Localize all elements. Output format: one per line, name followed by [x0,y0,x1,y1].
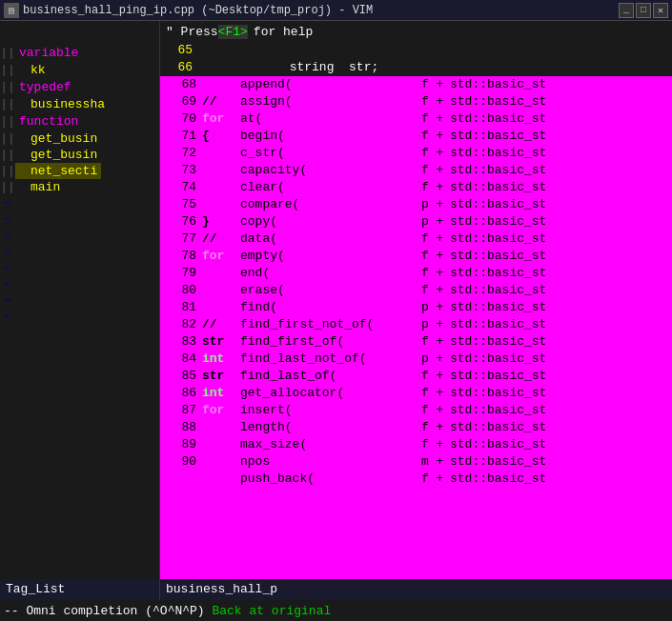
ac-pre-68 [202,76,240,93]
ac-name-compare: compare( [240,196,421,213]
ac-type-ffof: std::basic_st [450,333,546,351]
sidebar-item-getbusin2-row[interactable]: || get_busin [0,147,159,163]
ac-type-copy: std::basic_st [450,213,546,230]
ac-item-77[interactable]: 77 // data( f + std::basic_st [160,230,672,248]
sidebar-marker-businessha: || [0,97,15,111]
ac-item-pushback[interactable]: push_back( f + std::basic_st [160,471,672,488]
ac-item-83[interactable]: 83 str find_first_of( f + std::basic_st [160,333,672,351]
sidebar-item-main-row[interactable]: || main [0,179,159,195]
sidebar-item-kk-row[interactable]: || kk [0,62,159,78]
ac-item-76[interactable]: 76 } copy( p + std::basic_st [160,213,672,230]
sidebar-marker-kk: || [0,63,15,77]
ac-item-72[interactable]: 72 c_str( f + std::basic_st [160,145,672,162]
ac-item-74[interactable]: 74 clear( f + std::basic_st [160,179,672,196]
tilde-1: ~ [0,195,159,211]
titlebar-left: ▤ business_hall_ping_ip.cpp (~Desktop/tm… [4,3,373,18]
ac-item-73[interactable]: 73 capacity( f + std::basic_st [160,162,672,179]
maximize-button[interactable]: □ [636,3,651,18]
command-text: -- Omni completion (^O^N^P) Back at orig… [4,604,331,618]
code-line-65: 65 [160,42,672,59]
ac-name-flof: find_last_of( [240,368,421,385]
sidebar-marker-netsecti: || [0,164,15,178]
ac-item-69[interactable]: 69 // assign( f + std::basic_st [160,93,672,110]
ac-kind-capacity: f + [421,162,450,179]
ac-type-flnof: std::basic_st [450,351,546,368]
ac-name-find: find( [240,299,421,316]
ac-kind-find: p + [421,299,450,316]
sidebar-section-function: || function [0,112,159,130]
ac-ln-76: 76 [164,213,202,230]
ac-pre-70: for [202,110,240,128]
ac-item-80[interactable]: 80 erase( f + std::basic_st [160,282,672,299]
ac-item-78[interactable]: 78 for empty( f + std::basic_st [160,248,672,265]
ac-item-79[interactable]: 79 end( f + std::basic_st [160,265,672,282]
tilde-6: ~ [0,276,159,292]
sidebar-marker-function: || [0,114,15,129]
ac-pre-73 [202,162,240,179]
ac-kind-compare: p + [421,196,450,213]
sidebar-item-businessha-row[interactable]: || businessha [0,96,159,112]
ac-item-90[interactable]: 90 npos m + std::basic_st [160,453,672,471]
ac-kind-begin: f + [421,128,450,145]
ac-item-71[interactable]: 71 { begin( f + std::basic_st [160,128,672,145]
sidebar-label-function: function [15,112,82,130]
autocomplete-popup[interactable]: .ac-row { display: flex; height: 18px; l… [160,76,672,579]
ac-kind-length: f + [421,419,450,436]
ac-item-68[interactable]: 68 append( f + std::basic_st [160,76,672,93]
titlebar-controls[interactable]: _ □ ✕ [619,3,668,18]
ac-name-at: at( [240,110,421,128]
code-editor[interactable]: .code-lines-top { display: flex; flex-di… [160,42,672,579]
close-button[interactable]: ✕ [653,3,668,18]
ac-pre-80 [202,282,240,299]
ac-item-88[interactable]: 88 length( f + std::basic_st [160,419,672,436]
ac-type-end: std::basic_st [450,265,546,282]
ac-pre-72 [202,145,240,162]
ac-item-81[interactable]: 81 find( p + std::basic_st [160,299,672,316]
ac-kind-pushback: f + [421,471,450,488]
ac-item-84[interactable]: 84 int find_last_not_of( p + std::basic_… [160,351,672,368]
ac-item-87[interactable]: 87 for insert( f + std::basic_st [160,402,672,419]
ac-pre-86: int [202,385,240,402]
ac-item-75[interactable]: 75 compare( p + std::basic_st [160,196,672,213]
ac-pre-75 [202,196,240,213]
ac-ln-83: 83 [164,333,202,351]
ac-type-empty: std::basic_st [450,248,546,265]
sidebar-marker-getbusin2: || [0,148,15,162]
ac-name-insert: insert( [240,402,421,419]
ac-name-npos: npos [240,453,421,471]
ac-kind-empty: f + [421,248,450,265]
sidebar-item-kk[interactable]: kk [15,62,50,78]
minimize-button[interactable]: _ [619,3,634,18]
sidebar-marker-typedef: || [0,80,15,94]
sidebar-item-getbusin2[interactable]: get_busin [15,147,101,163]
ac-kind-flof: f + [421,368,450,385]
ac-kind-flnof: p + [421,351,450,368]
ac-ln-82: 82 [164,316,202,333]
ac-item-89[interactable]: 89 max_size( f + std::basic_st [160,436,672,453]
ac-ln-73: 73 [164,162,202,179]
line-content-66: string str; [198,59,378,76]
ac-pre-71: { [202,128,240,145]
ac-item-86[interactable]: 86 int get_allocator( f + std::basic_st [160,385,672,402]
ac-pre-77: // [202,230,240,248]
vim-icon: ▤ [4,3,19,18]
press-key: <F1> [218,25,248,39]
ac-type-find: std::basic_st [450,299,546,316]
sidebar-item-businessha[interactable]: businessha [15,96,109,112]
top-status-bar: " Press <F1> for help [0,21,672,42]
ac-item-85[interactable]: 85 str find_last_of( f + std::basic_st [160,368,672,385]
ac-item-82[interactable]: 82 // find_first_not_of( p + std::basic_… [160,316,672,333]
ac-pre-89 [202,436,240,453]
ac-pre-87: for [202,402,240,419]
ac-item-70[interactable]: 70 for at( f + std::basic_st [160,110,672,128]
sidebar-item-getbusin1-row[interactable]: || get_busin [0,130,159,147]
ac-kind-append: f + [421,76,450,93]
sidebar-item-main[interactable]: main [15,179,64,195]
sidebar-item-netsecti[interactable]: net_secti [15,163,101,179]
sidebar-item-getbusin1[interactable]: get_busin [15,130,101,147]
ac-name-append: append( [240,76,421,93]
ac-type-insert: std::basic_st [450,402,546,419]
sidebar-item-netsecti-row[interactable]: || net_secti [0,163,159,179]
ac-type-data: std::basic_st [450,230,546,248]
ac-ln-85: 85 [164,368,202,385]
